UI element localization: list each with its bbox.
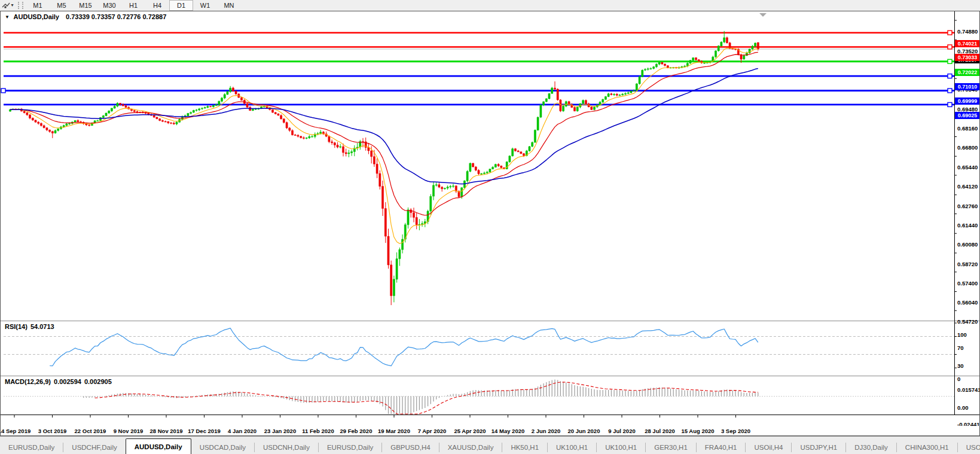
date-label: 9 Jul 2020: [608, 428, 635, 434]
hline-price-tag-0.71010[interactable]: 0.71010: [955, 83, 980, 90]
date-label: 14 May 2020: [491, 428, 524, 434]
rsi-axis-label: 70: [957, 345, 980, 351]
macd-axis-label: 0.015741: [957, 386, 980, 393]
price-axis-label: 0.60080: [957, 241, 980, 248]
rsi-name: RSI(14): [5, 323, 28, 330]
chart-tab-hk50-h1[interactable]: HK50,H1: [502, 440, 547, 454]
hline-price-tag-0.74021[interactable]: 0.74021: [955, 40, 980, 47]
date-label: 28 Jul 2020: [645, 428, 675, 434]
hline-handle-icon[interactable]: [948, 31, 952, 35]
price-axis-label: 0.62760: [957, 203, 980, 209]
hline-price-tag-0.69025[interactable]: 0.69025: [955, 112, 980, 119]
chart-tab-audusd-daily[interactable]: AUDUSD,Daily: [126, 438, 191, 454]
hline-handle-icon[interactable]: [948, 59, 952, 63]
line-studies-glyph: [2, 2, 10, 9]
rsi-axis-label: 30: [957, 362, 980, 369]
chart-tab-uk100-h1[interactable]: UK100,H1: [548, 440, 596, 454]
timeframe-button-m30[interactable]: M30: [97, 0, 121, 11]
date-axis[interactable]: 14 Sep 20193 Oct 201922 Oct 20199 Nov 20…: [0, 426, 980, 437]
chart-tab-eurusd-daily[interactable]: EURUSD,Daily: [319, 440, 381, 454]
price-axis-label: 0.58720: [957, 261, 980, 267]
price-axis-label: 0.56040: [957, 299, 980, 306]
date-label: 15 Aug 2020: [681, 428, 714, 434]
chart-background: [0, 11, 980, 426]
chart-title: ▼ AUDUSD,Daily 0.73339 0.73357 0.72776 0…: [5, 13, 166, 20]
macd-axis-label: 0.00: [957, 404, 980, 411]
date-label: 29 Feb 2020: [340, 428, 373, 434]
date-label: 9 Nov 2019: [114, 428, 144, 434]
chevron-down-icon[interactable]: ▾: [11, 3, 13, 8]
macd-name: MACD(12,26,9): [5, 378, 51, 385]
timeframe-button-w1[interactable]: W1: [193, 0, 217, 11]
date-label: 2 Jun 2020: [532, 428, 561, 434]
chart-tabs: EURUSD,DailyUSDCHF,DailyAUDUSD,DailyUSDC…: [0, 438, 980, 454]
macd-value-main: 0.002594: [54, 378, 81, 385]
hline-handle-icon[interactable]: [948, 102, 952, 106]
chart-symbol-period: AUDUSD,Daily: [14, 13, 59, 20]
price-axis-label: 0.54720: [957, 318, 980, 325]
date-label: 25 Apr 2020: [454, 428, 486, 434]
price-axis-label: 0.65440: [957, 164, 980, 170]
macd-value-signal: 0.002905: [84, 378, 112, 385]
timeframe-buttons: M1M5M15M30H1H4D1W1MN: [26, 0, 241, 11]
chart-tab-usoil-h1[interactable]: USOil,H1: [958, 440, 980, 454]
hline-handle-icon[interactable]: [948, 74, 952, 78]
chart-tab-ger30-h1[interactable]: GER30,H1: [646, 440, 696, 454]
chart-tab-usdcnh-daily[interactable]: USDCNH,Daily: [255, 440, 318, 454]
price-axis-label: 0.74880: [957, 28, 980, 35]
date-label: 19 Mar 2020: [378, 428, 410, 434]
date-label: 3 Sep 2020: [721, 428, 750, 434]
date-label: 20 Jun 2020: [568, 428, 600, 434]
timeframe-button-m1[interactable]: M1: [26, 0, 50, 11]
rsi-axis-label: 100: [957, 331, 980, 338]
timeframe-button-m5[interactable]: M5: [50, 0, 74, 11]
timeframe-button-mn[interactable]: MN: [217, 0, 241, 11]
price-axis-label: 0.64120: [957, 183, 980, 190]
timeframe-button-d1[interactable]: D1: [169, 0, 193, 11]
timeframe-button-h4[interactable]: H4: [145, 0, 169, 11]
date-label: 7 Apr 2020: [418, 428, 447, 434]
chart-tab-eurusd-daily[interactable]: EURUSD,Daily: [0, 440, 63, 454]
hline-handle-icon[interactable]: [1, 89, 5, 93]
timeframe-button-h1[interactable]: H1: [121, 0, 145, 11]
chart-tab-bar: EURUSD,DailyUSDCHF,DailyAUDUSD,DailyUSDC…: [0, 436, 980, 454]
mt4-window: ▾ M1M5M15M30H1H4D1W1MN ▼ AUDUSD,Daily 0.…: [0, 0, 980, 454]
date-label: 28 Nov 2019: [150, 428, 183, 434]
chart-tab-usdchf-daily[interactable]: USDCHF,Daily: [63, 440, 125, 454]
chart-tab-gbpusd-h4[interactable]: GBPUSD,H4: [382, 440, 438, 454]
price-axis-label: 0.68160: [957, 125, 980, 132]
date-label: 22 Oct 2019: [75, 428, 106, 434]
hline-handle-icon[interactable]: [948, 89, 952, 93]
price-axis-label: 0.66800: [957, 144, 980, 151]
chart-tab-usdcad-daily[interactable]: USDCAD,Daily: [191, 440, 254, 454]
price-axis-label: 0.73520: [957, 48, 980, 54]
chart-window: ▼ AUDUSD,Daily 0.73339 0.73357 0.72776 0…: [0, 11, 980, 436]
chart-ohlc-values: 0.73339 0.73357 0.72776 0.72887: [66, 13, 166, 20]
chart-tab-usoil-h4[interactable]: USOil,H4: [746, 440, 791, 454]
date-label: 17 Dec 2019: [188, 428, 220, 434]
chart-tab-uk100-h1[interactable]: UK100,H1: [597, 440, 645, 454]
toolbar: ▾ M1M5M15M30H1H4D1W1MN: [0, 0, 980, 11]
rsi-value: 54.0713: [30, 323, 54, 330]
date-label: 11 Feb 2020: [302, 428, 334, 434]
price-axis-label: 0.57400: [957, 280, 980, 287]
macd-indicator-label: MACD(12,26,9)0.0025940.002905: [5, 378, 115, 385]
chart-tab-xauusd-daily[interactable]: XAUUSD,Daily: [439, 440, 502, 454]
rsi-indicator-label: RSI(14)54.0713: [5, 323, 57, 330]
chart-tab-usdjpy-h1[interactable]: USDJPY,H1: [792, 440, 845, 454]
chart-tab-fra40-h1[interactable]: FRA40,H1: [697, 440, 746, 454]
chart-tab-china300-h1[interactable]: CHINA300,H1: [897, 440, 957, 454]
date-label: 4 Jan 2020: [228, 428, 257, 434]
chart-plot[interactable]: [0, 11, 980, 437]
toolbar-grip-handle[interactable]: [18, 2, 23, 9]
hline-price-tag-0.72022[interactable]: 0.72022: [955, 69, 980, 76]
hline-price-tag-0.69999[interactable]: 0.69999: [955, 97, 980, 105]
chart-tab-dj30-daily[interactable]: DJ30,Daily: [846, 440, 896, 454]
hline-price-tag-0.73033[interactable]: 0.73033: [955, 54, 980, 61]
chevron-down-icon[interactable]: ▼: [5, 14, 10, 20]
rsi-axis-label: 0: [957, 376, 980, 382]
timeframe-button-m15[interactable]: M15: [74, 0, 97, 11]
date-label: 14 Sep 2019: [0, 428, 30, 434]
line-studies-icon[interactable]: ▾: [0, 1, 16, 10]
hline-handle-icon[interactable]: [948, 45, 952, 49]
